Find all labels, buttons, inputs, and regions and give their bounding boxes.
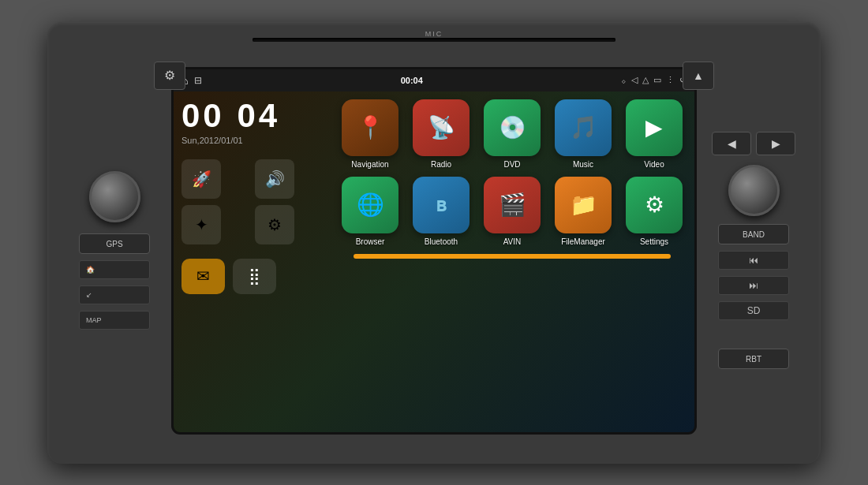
filemanager-app[interactable]: 📁 FileManager bbox=[551, 177, 615, 246]
tune-button[interactable]: ⚙ bbox=[255, 205, 294, 244]
music-app[interactable]: 🎵 Music bbox=[551, 99, 615, 169]
next-button[interactable]: ▶ bbox=[756, 132, 795, 155]
radio-label: Radio bbox=[431, 160, 451, 169]
apps-dock-button[interactable]: ⣿ bbox=[233, 259, 276, 294]
clock-display: 00 04 bbox=[181, 99, 322, 132]
speaker-button[interactable]: 🔊 bbox=[255, 159, 294, 199]
video-app[interactable]: ▶ Video bbox=[622, 99, 687, 169]
recent-apps-icon[interactable]: ⊟ bbox=[194, 75, 202, 86]
status-time: 00:04 bbox=[401, 76, 423, 85]
filemanager-icon: 📁 bbox=[555, 177, 612, 233]
radio-unit: MIC ⚙ ▲ GPS 🏠 ↙ MAP ⌂ ⊟ 00:04 ⬦ bbox=[47, 22, 821, 464]
settings-icon: ⚙ bbox=[626, 177, 683, 233]
screen-content: 00 04 Sun,2012/01/01 🚀 🔊 ✦ ⚙ ✉ ⣿ bbox=[174, 91, 694, 432]
mic-label: MIC bbox=[425, 30, 443, 38]
eject-button[interactable]: ▲ bbox=[683, 62, 714, 90]
settings-label: Settings bbox=[640, 237, 668, 246]
main-screen: ⌂ ⊟ 00:04 ⬦ ◁ △ ▭ ⋮ ↺ bbox=[174, 69, 694, 432]
music-label: Music bbox=[573, 160, 593, 169]
small-icons-grid: 🚀 🔊 ✦ ⚙ bbox=[181, 159, 322, 244]
home-button[interactable]: 🏠 bbox=[79, 260, 150, 279]
sd-button[interactable]: SD bbox=[718, 301, 789, 320]
screen-icon: ▭ bbox=[653, 75, 661, 85]
rocket-button[interactable]: 🚀 bbox=[181, 159, 221, 199]
gps-button[interactable]: GPS bbox=[79, 233, 150, 254]
status-bar: ⌂ ⊟ 00:04 ⬦ ◁ △ ▭ ⋮ ↺ bbox=[174, 69, 694, 91]
clock-minutes: 04 bbox=[237, 97, 280, 134]
email-dock-button[interactable]: ✉ bbox=[181, 259, 225, 294]
dvd-label: DVD bbox=[503, 160, 520, 169]
cd-slot bbox=[253, 38, 615, 42]
browser-app[interactable]: 🌐 Browser bbox=[338, 177, 402, 246]
screen-left-panel: 00 04 Sun,2012/01/01 🚀 🔊 ✦ ⚙ ✉ ⣿ bbox=[174, 91, 330, 432]
prev-track-button[interactable]: ⏮ bbox=[718, 251, 789, 270]
right-top-buttons: ◀ ▶ bbox=[712, 132, 795, 155]
left-knob[interactable] bbox=[89, 171, 140, 222]
browser-label: Browser bbox=[356, 237, 385, 246]
notification-icon: △ bbox=[642, 75, 649, 85]
settings-top-button[interactable]: ⚙ bbox=[154, 62, 185, 90]
brightness-button[interactable]: ✦ bbox=[181, 205, 221, 244]
left-panel: GPS 🏠 ↙ MAP bbox=[63, 171, 166, 330]
navigation-app[interactable]: 📍 Navigation bbox=[338, 99, 402, 169]
bluetooth-app[interactable]: ʙ Bluetooth bbox=[409, 177, 473, 246]
radio-icon: 📡 bbox=[413, 99, 470, 156]
dock-bar bbox=[354, 254, 671, 259]
bottom-dock-icons: ✉ ⣿ bbox=[181, 259, 322, 294]
next-track-button[interactable]: ⏭ bbox=[718, 276, 789, 295]
bluetooth-label: Bluetooth bbox=[425, 237, 458, 246]
map-button[interactable]: MAP bbox=[79, 311, 150, 330]
back-button[interactable]: ↙ bbox=[79, 285, 150, 304]
navigation-label: Navigation bbox=[351, 160, 388, 169]
right-knob[interactable] bbox=[728, 165, 780, 216]
radio-app[interactable]: 📡 Radio bbox=[409, 99, 473, 169]
app-row-1: 📍 Navigation 📡 Radio 💿 DVD 🎵 bbox=[338, 99, 687, 169]
volume-icon: ◁ bbox=[631, 75, 638, 85]
dvd-icon: 💿 bbox=[484, 99, 541, 156]
clock-hours: 00 bbox=[181, 97, 225, 134]
settings-app[interactable]: ⚙ Settings bbox=[622, 177, 687, 246]
prev-button[interactable]: ◀ bbox=[712, 132, 751, 155]
music-icon: 🎵 bbox=[555, 99, 612, 156]
menu-icon[interactable]: ⋮ bbox=[666, 75, 675, 85]
filemanager-label: FileManager bbox=[561, 237, 605, 246]
bluetooth-icon: ʙ bbox=[413, 177, 470, 233]
clock-date: Sun,2012/01/01 bbox=[181, 136, 322, 145]
browser-icon: 🌐 bbox=[342, 177, 398, 233]
band-button[interactable]: BAND bbox=[718, 224, 789, 244]
video-label: Video bbox=[644, 160, 664, 169]
app-row-2: 🌐 Browser ʙ Bluetooth 🎬 AVIN 📁 bbox=[338, 177, 687, 246]
app-grid: 📍 Navigation 📡 Radio 💿 DVD 🎵 bbox=[330, 91, 694, 432]
dvd-app[interactable]: 💿 DVD bbox=[480, 99, 544, 169]
right-panel: ◀ ▶ BAND ⏮ ⏭ SD RBT bbox=[702, 132, 805, 369]
sim-icon: ⬦ bbox=[621, 76, 627, 85]
avin-label: AVIN bbox=[503, 237, 522, 246]
avin-app[interactable]: 🎬 AVIN bbox=[480, 177, 544, 246]
avin-icon: 🎬 bbox=[484, 177, 541, 233]
rbt-button[interactable]: RBT bbox=[718, 349, 789, 369]
navigation-icon: 📍 bbox=[342, 99, 398, 156]
video-icon: ▶ bbox=[626, 99, 683, 156]
